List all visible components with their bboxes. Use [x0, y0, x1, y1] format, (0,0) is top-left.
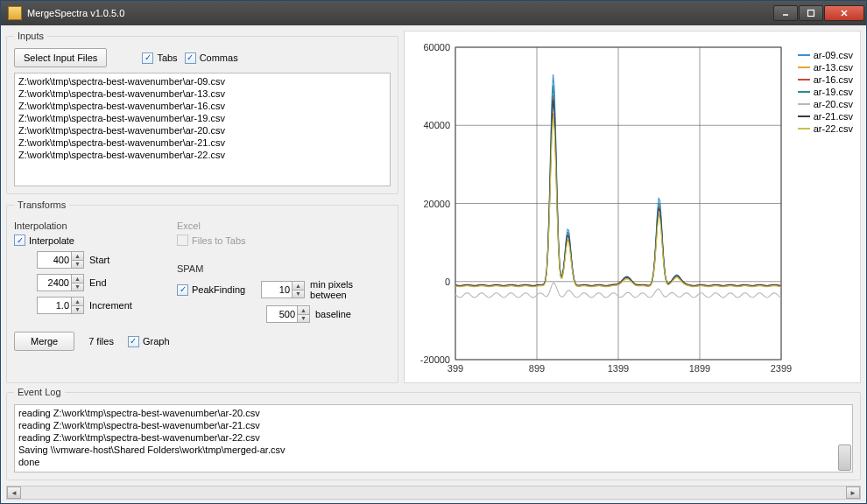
baseline-stepper[interactable]: ▲▼	[266, 305, 310, 323]
increment-stepper[interactable]: ▲▼	[37, 297, 84, 314]
legend-item: ar-21.csv	[798, 110, 853, 122]
spectra-chart[interactable]: 399899139918992399-200000200004000060000…	[404, 31, 861, 383]
increment-label: Increment	[89, 300, 132, 311]
spin-down-icon[interactable]: ▼	[292, 290, 304, 298]
window-title: MergeSpectra v1.0.5.0	[27, 8, 773, 18]
spin-down-icon[interactable]: ▼	[297, 314, 309, 323]
app-icon	[8, 6, 22, 20]
scroll-left-icon[interactable]: ◄	[7, 486, 21, 499]
checkbox-icon	[185, 52, 196, 64]
file-count-label: 7 files	[88, 336, 114, 346]
increment-input[interactable]	[38, 298, 71, 313]
minpix-label: min pixels between	[310, 279, 391, 300]
legend-swatch-icon	[798, 91, 810, 93]
spin-up-icon[interactable]: ▲	[71, 275, 83, 283]
svg-text:60000: 60000	[423, 42, 450, 52]
peakfinding-checkbox[interactable]: PeakFinding	[177, 284, 245, 296]
inputs-group: Inputs Select Input Files Tabs Commas	[6, 31, 398, 194]
close-button[interactable]	[824, 5, 864, 21]
interpolate-checkbox[interactable]: Interpolate	[14, 234, 74, 246]
interpolation-title: Interpolation	[14, 220, 163, 231]
minimize-button[interactable]	[773, 5, 798, 21]
spam-title: SPAM	[177, 263, 391, 274]
checkbox-icon	[14, 234, 25, 246]
graph-checkbox[interactable]: Graph	[128, 336, 170, 347]
svg-text:1399: 1399	[608, 363, 629, 374]
svg-text:-20000: -20000	[420, 354, 450, 365]
svg-text:40000: 40000	[423, 120, 450, 130]
spin-down-icon[interactable]: ▼	[71, 305, 83, 314]
minpix-input[interactable]	[262, 282, 292, 298]
svg-text:0: 0	[445, 276, 450, 287]
baseline-label: baseline	[315, 309, 351, 319]
spin-down-icon[interactable]: ▼	[71, 260, 83, 269]
file-list-item[interactable]: Z:\work\tmp\spectra-best-wavenumber\ar-1…	[18, 88, 386, 100]
legend-item: ar-19.csv	[798, 86, 853, 98]
log-line: reading Z:\work\tmp\spectra-best-wavenum…	[18, 407, 849, 419]
titlebar[interactable]: MergeSpectra v1.0.5.0	[1, 1, 866, 25]
spin-up-icon[interactable]: ▲	[71, 252, 83, 260]
file-list-item[interactable]: Z:\work\tmp\spectra-best-wavenumber\ar-2…	[18, 149, 386, 161]
file-list-item[interactable]: Z:\work\tmp\spectra-best-wavenumber\ar-2…	[18, 136, 386, 149]
minpix-stepper[interactable]: ▲▼	[261, 281, 305, 298]
svg-text:899: 899	[529, 363, 545, 374]
end-label: End	[89, 277, 107, 288]
legend-swatch-icon	[798, 79, 810, 80]
legend-item: ar-13.csv	[798, 61, 853, 74]
maximize-button[interactable]	[799, 5, 823, 21]
app-window: MergeSpectra v1.0.5.0 Inputs Select Inpu…	[0, 0, 867, 504]
legend-swatch-icon	[798, 66, 810, 68]
file-list-item[interactable]: Z:\work\tmp\spectra-best-wavenumber\ar-0…	[18, 75, 386, 88]
baseline-input[interactable]	[267, 306, 297, 322]
chart-legend: ar-09.csvar-13.csvar-16.csvar-19.csvar-2…	[798, 49, 853, 135]
file-list-item[interactable]: Z:\work\tmp\spectra-best-wavenumber\ar-2…	[18, 124, 386, 136]
spin-up-icon[interactable]: ▲	[71, 298, 83, 305]
client-area: Inputs Select Input Files Tabs Commas	[1, 25, 866, 503]
select-input-files-button[interactable]: Select Input Files	[14, 48, 107, 67]
svg-line-2	[842, 10, 847, 16]
legend-swatch-icon	[798, 128, 810, 130]
start-stepper[interactable]: ▲▼	[37, 251, 84, 269]
spin-up-icon[interactable]: ▲	[292, 282, 304, 290]
svg-rect-1	[808, 10, 814, 17]
files-to-tabs-checkbox: Files to Tabs	[177, 234, 246, 246]
log-line: reading Z:\work\tmp\spectra-best-wavenum…	[18, 431, 849, 444]
input-files-list[interactable]: Z:\work\tmp\spectra-best-wavenumber\ar-0…	[14, 73, 391, 186]
start-label: Start	[89, 255, 109, 265]
checkbox-icon	[177, 284, 188, 296]
legend-swatch-icon	[798, 116, 810, 117]
legend-item: ar-22.csv	[798, 122, 853, 135]
transforms-legend: Transforms	[14, 200, 69, 210]
scroll-right-icon[interactable]: ►	[846, 486, 860, 499]
tabs-checkbox[interactable]: Tabs	[142, 52, 177, 64]
eventlog-group: Event Log reading Z:\work\tmp\spectra-be…	[6, 387, 861, 480]
file-list-item[interactable]: Z:\work\tmp\spectra-best-wavenumber\ar-1…	[18, 100, 386, 112]
checkbox-icon	[128, 336, 139, 347]
inputs-legend: Inputs	[14, 31, 47, 41]
merge-button[interactable]: Merge	[14, 332, 74, 351]
checkbox-icon	[142, 52, 153, 64]
start-input[interactable]	[38, 252, 71, 268]
svg-text:20000: 20000	[423, 199, 450, 209]
file-list-item[interactable]: Z:\work\tmp\spectra-best-wavenumber\ar-1…	[18, 112, 386, 124]
end-input[interactable]	[38, 275, 71, 290]
checkbox-icon	[177, 234, 188, 246]
svg-text:1899: 1899	[689, 363, 710, 374]
legend-swatch-icon	[798, 54, 810, 56]
eventlog-textbox[interactable]: reading Z:\work\tmp\spectra-best-wavenum…	[14, 404, 853, 472]
log-line: reading Z:\work\tmp\spectra-best-wavenum…	[18, 419, 849, 431]
spin-up-icon[interactable]: ▲	[297, 306, 309, 314]
log-line: done	[18, 456, 849, 468]
commas-checkbox[interactable]: Commas	[185, 52, 238, 64]
excel-title: Excel	[177, 220, 391, 231]
spin-down-icon[interactable]: ▼	[71, 283, 83, 291]
transforms-group: Transforms Interpolation Interpolate	[6, 200, 398, 383]
legend-item: ar-16.csv	[798, 74, 853, 86]
horizontal-scrollbar[interactable]: ◄ ►	[6, 486, 861, 500]
scrollbar-thumb[interactable]	[838, 444, 851, 471]
svg-text:2399: 2399	[771, 363, 792, 374]
log-line: Saving \\vmware-host\Shared Folders\work…	[18, 444, 849, 456]
end-stepper[interactable]: ▲▼	[37, 274, 84, 291]
svg-line-3	[842, 10, 847, 16]
legend-item: ar-09.csv	[798, 49, 853, 61]
